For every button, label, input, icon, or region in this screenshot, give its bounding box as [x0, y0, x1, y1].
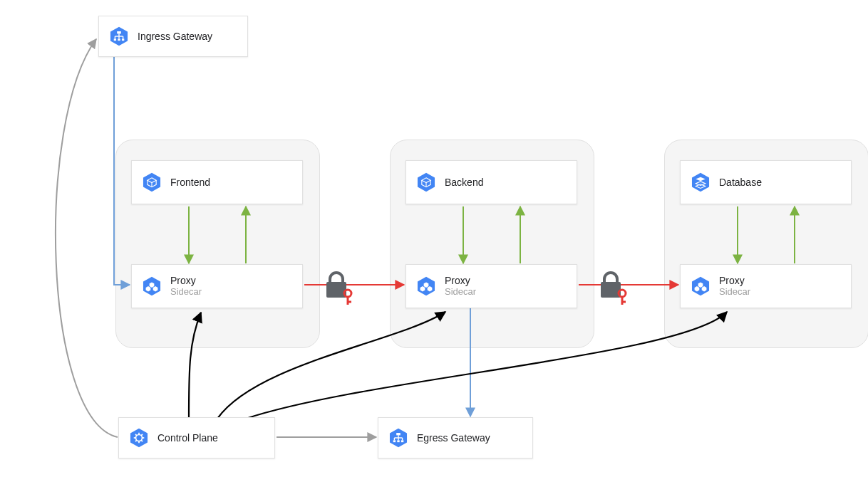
egress-label: Egress Gateway: [417, 432, 490, 444]
mesh-icon: [416, 276, 436, 296]
svg-rect-0: [326, 282, 346, 298]
cube-icon: [416, 172, 436, 192]
proxy-node: Proxy Sidecar: [131, 264, 303, 308]
proxy-label: Proxy: [719, 275, 750, 286]
svg-point-5: [619, 290, 626, 297]
lock-icon: [601, 273, 626, 305]
proxy-node: Proxy Sidecar: [680, 264, 852, 308]
lb-icon: [388, 428, 408, 448]
backend-label: Backend: [445, 177, 483, 188]
egress-gateway-node: Egress Gateway: [378, 417, 533, 458]
cube-icon: [142, 172, 162, 192]
svg-marker-32: [692, 173, 709, 192]
mesh-icon: [691, 276, 711, 296]
ingress-label: Ingress Gateway: [138, 31, 212, 42]
proxy-sublabel: Sidecar: [445, 287, 476, 298]
lock-icon: [326, 273, 351, 305]
frontend-label: Frontend: [170, 177, 210, 188]
svg-rect-17: [122, 38, 124, 41]
database-node: Database: [680, 160, 852, 204]
svg-rect-15: [114, 38, 116, 41]
frontend-node: Frontend: [131, 160, 303, 204]
proxy-sublabel: Sidecar: [170, 287, 202, 298]
svg-rect-51: [396, 433, 401, 435]
svg-rect-4: [601, 282, 621, 298]
proxy-label: Proxy: [170, 275, 202, 286]
lb-icon: [109, 26, 129, 46]
ingress-gateway-node: Ingress Gateway: [98, 16, 248, 57]
svg-rect-9: [117, 31, 121, 33]
svg-marker-40: [130, 429, 148, 447]
backend-node: Backend: [405, 160, 577, 204]
arrow-control-to-ingress: [56, 39, 118, 437]
svg-rect-57: [393, 440, 396, 442]
control-plane-node: Control Plane: [118, 417, 275, 458]
gear-icon: [129, 428, 149, 448]
proxy-sublabel: Sidecar: [719, 287, 750, 298]
control-plane-label: Control Plane: [157, 432, 218, 444]
proxy-label: Proxy: [445, 275, 476, 286]
svg-rect-16: [118, 38, 120, 41]
mesh-icon: [142, 276, 162, 296]
stack-icon: [691, 172, 711, 192]
proxy-node: Proxy Sidecar: [405, 264, 577, 308]
svg-rect-59: [401, 440, 403, 442]
database-label: Database: [719, 177, 762, 188]
svg-rect-58: [397, 440, 399, 442]
svg-point-1: [344, 290, 351, 297]
